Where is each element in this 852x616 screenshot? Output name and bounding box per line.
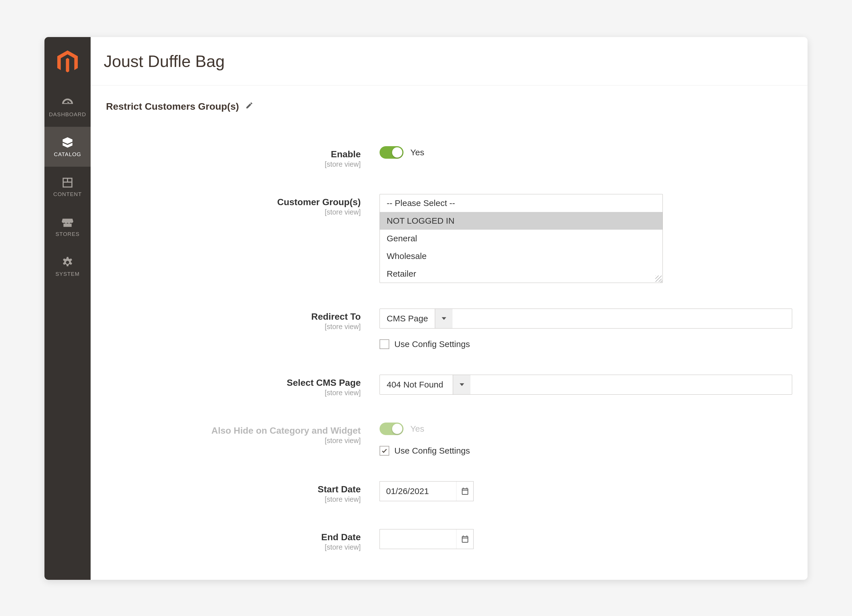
calendar-icon[interactable] xyxy=(456,529,473,549)
row-start-date: Start Date [store view] 01/26/2021 xyxy=(106,481,792,503)
sidebar-item-label: CATALOG xyxy=(54,151,81,157)
customer-groups-option[interactable]: General xyxy=(380,229,663,247)
system-icon xyxy=(61,255,74,269)
select-cms-label: Select CMS Page xyxy=(106,377,361,388)
customer-groups-option[interactable]: NOT LOGGED IN xyxy=(380,212,663,229)
form: Enable [store view] Yes Customer Group(s… xyxy=(106,146,792,551)
magento-logo[interactable] xyxy=(44,37,91,87)
customer-groups-option[interactable]: Wholesale xyxy=(380,247,663,265)
section-header[interactable]: Restrict Customers Group(s) xyxy=(106,101,792,112)
chevron-down-icon xyxy=(435,309,453,328)
chevron-down-icon xyxy=(453,375,470,394)
content-icon xyxy=(61,176,74,189)
sidebar-item-label: CONTENT xyxy=(53,191,82,198)
main-panel: Joust Duffle Bag Restrict Customers Grou… xyxy=(91,37,808,580)
catalog-icon xyxy=(61,136,74,149)
admin-sidebar: DASHBOARD CATALOG CONTENT STORES SYSTEM xyxy=(44,37,91,580)
titlebar: Joust Duffle Bag xyxy=(91,37,808,86)
start-date-input[interactable]: 01/26/2021 xyxy=(379,481,474,501)
enable-toggle[interactable] xyxy=(379,146,403,159)
row-customer-groups: Customer Group(s) [store view] -- Please… xyxy=(106,194,792,283)
sidebar-item-label: DASHBOARD xyxy=(49,112,86,118)
end-date-value xyxy=(380,529,456,549)
sidebar-item-stores[interactable]: STORES xyxy=(44,207,91,246)
start-date-value: 01/26/2021 xyxy=(380,482,456,501)
scope-label: [store view] xyxy=(106,323,361,331)
scope-label: [store view] xyxy=(106,543,361,551)
sidebar-item-system[interactable]: SYSTEM xyxy=(44,246,91,286)
pencil-icon[interactable] xyxy=(245,101,253,112)
start-date-label: Start Date xyxy=(106,484,361,495)
customer-groups-option[interactable]: Retailer xyxy=(380,265,663,282)
dashboard-icon xyxy=(61,96,74,110)
hide-category-use-config-label: Use Config Settings xyxy=(394,446,470,456)
scope-label: [store view] xyxy=(106,208,361,216)
redirect-to-value: CMS Page xyxy=(380,309,435,328)
hide-category-toggle xyxy=(379,423,403,435)
content: Restrict Customers Group(s) Enable [stor… xyxy=(91,86,808,580)
scope-label: [store view] xyxy=(106,389,361,397)
hide-category-value: Yes xyxy=(410,424,424,434)
section-title: Restrict Customers Group(s) xyxy=(106,101,239,112)
row-end-date: End Date [store view] xyxy=(106,529,792,551)
scope-label: [store view] xyxy=(106,436,361,445)
calendar-icon[interactable] xyxy=(456,482,473,501)
sidebar-item-label: STORES xyxy=(56,231,80,237)
select-cms-value: 404 Not Found xyxy=(380,375,453,394)
sidebar-item-catalog[interactable]: CATALOG xyxy=(44,127,91,167)
row-redirect-to: Redirect To [store view] CMS Page Use Co… xyxy=(106,309,792,349)
end-date-label: End Date xyxy=(106,532,361,542)
redirect-to-label: Redirect To xyxy=(106,311,361,322)
enable-value: Yes xyxy=(410,148,424,157)
redirect-use-config-label: Use Config Settings xyxy=(394,339,470,349)
customer-groups-multiselect[interactable]: -- Please Select --NOT LOGGED INGeneralW… xyxy=(379,194,663,283)
select-cms-select[interactable]: 404 Not Found xyxy=(379,375,792,395)
redirect-to-select[interactable]: CMS Page xyxy=(379,309,792,329)
redirect-use-config-checkbox[interactable] xyxy=(379,339,389,349)
sidebar-item-content[interactable]: CONTENT xyxy=(44,167,91,207)
row-hide-category: Also Hide on Category and Widget [store … xyxy=(106,423,792,456)
sidebar-item-label: SYSTEM xyxy=(56,271,80,277)
hide-category-use-config-checkbox[interactable] xyxy=(379,446,389,456)
enable-label: Enable xyxy=(106,149,361,160)
hide-category-label: Also Hide on Category and Widget xyxy=(106,426,361,436)
end-date-input[interactable] xyxy=(379,529,474,549)
scope-label: [store view] xyxy=(106,160,361,168)
row-select-cms: Select CMS Page [store view] 404 Not Fou… xyxy=(106,375,792,397)
stores-icon xyxy=(61,216,74,229)
customer-groups-label: Customer Group(s) xyxy=(106,197,361,207)
row-enable: Enable [store view] Yes xyxy=(106,146,792,168)
page-title: Joust Duffle Bag xyxy=(104,51,225,71)
scope-label: [store view] xyxy=(106,495,361,503)
admin-window: DASHBOARD CATALOG CONTENT STORES SYSTEM xyxy=(44,37,808,580)
customer-groups-option[interactable]: -- Please Select -- xyxy=(380,194,663,212)
sidebar-item-dashboard[interactable]: DASHBOARD xyxy=(44,87,91,127)
